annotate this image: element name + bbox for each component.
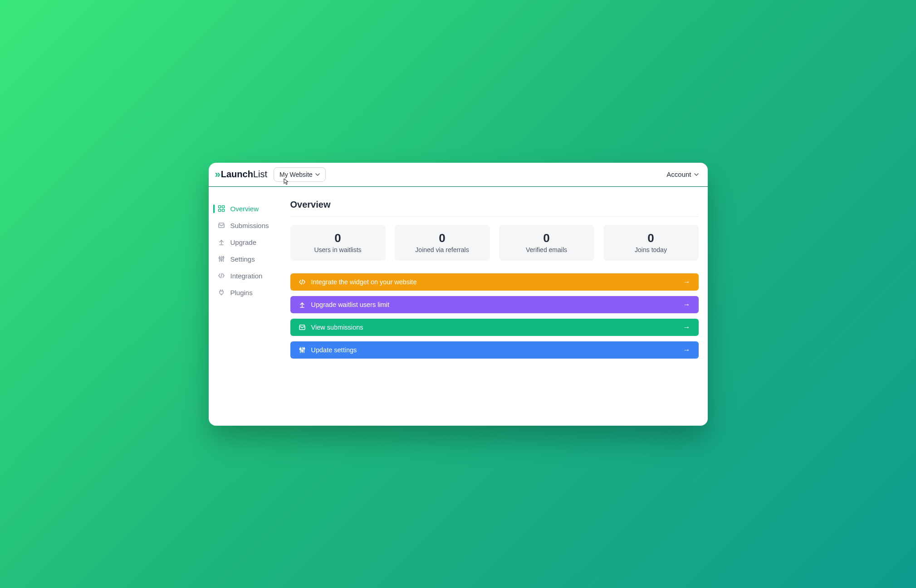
sidebar-item-plugins[interactable]: Plugins <box>209 284 290 301</box>
account-label: Account <box>666 170 691 178</box>
app-body: OverviewSubmissionsUpgradeSettingsIntegr… <box>209 187 708 426</box>
arrow-right-icon: → <box>683 323 691 331</box>
sidebar-item-label: Submissions <box>230 222 269 229</box>
sidebar-item-upgrade[interactable]: Upgrade <box>209 234 290 251</box>
action-button[interactable]: Integrate the widget on your website→ <box>290 273 699 291</box>
code-icon <box>299 278 306 286</box>
stat-card: 0Joins today <box>603 225 699 261</box>
stat-value: 0 <box>504 231 590 245</box>
topbar: » LaunchList My Website Account <box>209 163 708 187</box>
stat-label: Joined via referrals <box>399 246 485 253</box>
svg-point-17 <box>303 348 304 349</box>
action-label: View submissions <box>311 324 678 331</box>
sidebar-item-label: Plugins <box>230 289 253 296</box>
svg-rect-2 <box>218 209 220 212</box>
action-list: Integrate the widget on your website→Upg… <box>290 273 699 359</box>
sidebar-item-integration[interactable]: Integration <box>209 267 290 284</box>
inbox-icon <box>218 222 225 229</box>
sidebar: OverviewSubmissionsUpgradeSettingsIntegr… <box>209 187 290 426</box>
stat-card: 0Users in waitlists <box>290 225 386 261</box>
svg-point-15 <box>301 350 303 351</box>
upgrade-icon <box>299 301 306 308</box>
chevron-down-icon <box>694 172 699 177</box>
svg-point-7 <box>220 259 222 260</box>
sliders-icon <box>299 346 306 354</box>
upgrade-icon <box>218 238 225 246</box>
arrow-right-icon: → <box>683 346 691 354</box>
action-label: Update settings <box>311 346 678 354</box>
action-button[interactable]: View submissions→ <box>290 319 699 336</box>
stat-label: Verified emails <box>504 246 590 253</box>
sidebar-item-submissions[interactable]: Submissions <box>209 217 290 234</box>
sidebar-item-label: Upgrade <box>230 238 257 246</box>
svg-point-9 <box>222 257 224 258</box>
site-selector[interactable]: My Website <box>274 167 326 182</box>
svg-rect-1 <box>222 206 224 208</box>
brand-chevrons-icon: » <box>215 169 219 180</box>
sidebar-item-label: Overview <box>230 205 259 213</box>
sliders-icon <box>218 255 225 262</box>
stat-value: 0 <box>608 231 694 245</box>
svg-point-5 <box>219 257 220 258</box>
plug-icon <box>218 289 225 296</box>
stat-label: Joins today <box>608 246 694 253</box>
app-window: » LaunchList My Website Account Overview… <box>209 163 708 426</box>
code-icon <box>218 272 225 279</box>
stat-value: 0 <box>295 231 381 245</box>
svg-rect-3 <box>222 209 224 212</box>
brand-name-bold: Launch <box>221 169 253 179</box>
brand-name-light: List <box>253 169 267 179</box>
page-title: Overview <box>290 199 699 217</box>
inbox-icon <box>299 324 306 331</box>
brand-logo[interactable]: » LaunchList <box>215 169 268 180</box>
svg-point-13 <box>299 348 301 350</box>
stat-card: 0Joined via referrals <box>395 225 490 261</box>
stats-row: 0Users in waitlists0Joined via referrals… <box>290 225 699 261</box>
sidebar-item-label: Integration <box>230 272 263 280</box>
action-button[interactable]: Update settings→ <box>290 341 699 359</box>
brand-name: LaunchList <box>221 169 267 180</box>
svg-line-10 <box>221 273 222 278</box>
action-button[interactable]: Upgrade waitlist users limit→ <box>290 296 699 313</box>
dashboard-icon <box>218 205 225 212</box>
action-label: Integrate the widget on your website <box>311 278 678 286</box>
svg-line-11 <box>302 280 303 284</box>
site-selector-label: My Website <box>279 171 313 178</box>
sidebar-item-settings[interactable]: Settings <box>209 251 290 267</box>
stat-label: Users in waitlists <box>295 246 381 253</box>
svg-rect-0 <box>218 206 220 208</box>
account-menu[interactable]: Account <box>666 170 701 178</box>
stat-card: 0Verified emails <box>499 225 594 261</box>
main-content: Overview 0Users in waitlists0Joined via … <box>290 187 708 426</box>
sidebar-item-label: Settings <box>230 255 255 263</box>
chevron-down-icon <box>315 172 320 177</box>
arrow-right-icon: → <box>683 301 691 309</box>
action-label: Upgrade waitlist users limit <box>311 301 678 308</box>
stat-value: 0 <box>399 231 485 245</box>
arrow-right-icon: → <box>683 278 691 286</box>
sidebar-item-overview[interactable]: Overview <box>209 200 290 217</box>
